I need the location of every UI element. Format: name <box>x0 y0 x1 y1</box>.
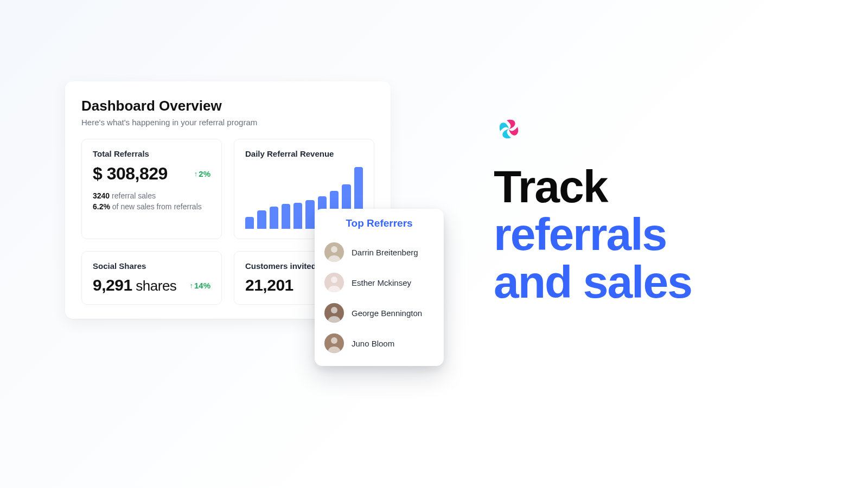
dashboard-subtitle: Here's what's happening in your referral… <box>81 118 374 127</box>
avatar <box>324 303 344 323</box>
avatar <box>324 273 344 292</box>
total-referrals-subline-1: 3240 referral sales <box>93 191 210 200</box>
referrer-name: George Bennington <box>352 309 422 318</box>
total-referrals-subline-2: 6.2% of new sales from referrals <box>93 202 210 211</box>
top-referrers-card: Top Referrers Darrin BreitenbergEsther M… <box>315 209 444 366</box>
hero-section: Track referrals and sales <box>494 114 841 306</box>
total-referrals-delta: 2% <box>194 169 210 178</box>
referrer-row[interactable]: Esther Mckinsey <box>324 267 434 298</box>
brand-logo-icon <box>494 114 841 146</box>
chart-bar <box>305 200 314 229</box>
chart-bar <box>270 207 278 229</box>
referrer-row[interactable]: George Bennington <box>324 298 434 328</box>
total-referrals-value: $ 308,829 <box>93 164 168 184</box>
avatar <box>324 333 344 353</box>
chart-bar <box>293 203 302 229</box>
svg-point-1 <box>331 277 337 283</box>
social-shares-value: 9,291 shares <box>93 276 176 294</box>
top-referrers-title: Top Referrers <box>324 217 434 229</box>
dashboard-title: Dashboard Overview <box>81 98 374 114</box>
svg-point-2 <box>331 307 337 313</box>
hero-headline: Track referrals and sales <box>494 163 841 306</box>
chart-bar <box>282 204 290 229</box>
chart-bar <box>245 217 254 229</box>
svg-point-3 <box>331 337 337 344</box>
referrer-row[interactable]: Darrin Breitenberg <box>324 237 434 267</box>
chart-bar <box>257 210 266 229</box>
referrer-name: Darrin Breitenberg <box>352 248 418 257</box>
referrer-row[interactable]: Juno Bloom <box>324 328 434 358</box>
tile-total-referrals[interactable]: Total Referrals $ 308,829 2% 3240 referr… <box>81 139 222 239</box>
tile-label: Daily Referral Revenue <box>245 149 363 158</box>
svg-point-0 <box>331 246 337 253</box>
referrer-name: Esther Mckinsey <box>352 278 411 287</box>
hero-line-3: and sales <box>494 256 692 307</box>
hero-line-1: Track <box>494 161 608 212</box>
hero-line-2: referrals <box>494 209 666 260</box>
tile-social-shares[interactable]: Social Shares 9,291 shares 14% <box>81 251 222 305</box>
social-shares-delta: 14% <box>189 281 210 290</box>
tile-label: Social Shares <box>93 261 210 271</box>
referrer-name: Juno Bloom <box>352 339 394 348</box>
tile-label: Total Referrals <box>93 149 210 158</box>
avatar <box>324 242 344 262</box>
